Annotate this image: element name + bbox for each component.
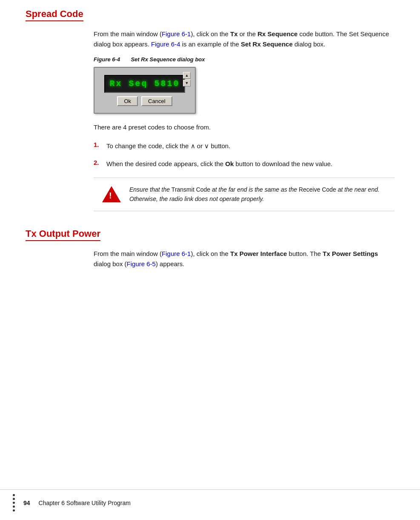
tx-intro-4: dialog box (	[94, 260, 127, 267]
warning-italic-2: at the far end is the same as the	[210, 186, 299, 193]
warning-triangle-icon	[102, 186, 121, 202]
chapter-label: Chapter 6 Software Utility Program	[39, 500, 131, 506]
intro-text-1: From the main window (	[94, 30, 162, 37]
figure-6-4-link[interactable]: Figure 6-4	[151, 40, 180, 48]
set-rx-bold: Set Rx Sequence	[241, 40, 293, 48]
tx-intro-2: ), click on the	[191, 250, 230, 257]
footer-dot-1	[13, 494, 15, 496]
step-2-text: When the desired code appears, click the…	[106, 159, 394, 169]
intro-text-2: ), click on the	[191, 30, 230, 37]
preset-codes-text: There are 4 preset codes to choose from.	[94, 122, 394, 132]
intro-text-5: is an example of the	[180, 40, 241, 48]
tx-power-interface-bold: Tx Power Interface	[230, 250, 287, 257]
step-2-ok-bold: Ok	[225, 160, 234, 167]
warning-icon	[102, 185, 121, 204]
dialog-arrows: ▲ ▼	[183, 72, 191, 86]
tx-figure-6-5-link[interactable]: Figure 6-5	[127, 260, 156, 267]
spread-code-section: Spread Code From the main window (Figure…	[26, 9, 394, 211]
warning-receive: Receive Code	[299, 186, 336, 193]
tx-output-power-section: Tx Output Power From the main window (Fi…	[26, 228, 394, 269]
warning-transmit: Transmit Code	[171, 186, 210, 193]
figure-label: Figure 6-4 Set Rx Sequence dialog box	[94, 56, 394, 63]
tx-intro-1: From the main window (	[94, 250, 162, 257]
intro-text-6: dialog box.	[293, 40, 326, 48]
dialog-ok-button[interactable]: Ok	[117, 96, 138, 106]
tx-figure-6-1-link[interactable]: Figure 6-1	[162, 250, 191, 257]
dialog-display: Rx Seq 5810	[104, 75, 185, 93]
page-footer: 94 Chapter 6 Software Utility Program	[0, 489, 420, 511]
tx-output-power-heading: Tx Output Power	[26, 228, 100, 241]
dialog-buttons: Ok Cancel	[117, 96, 172, 106]
figure-6-1-link[interactable]: Figure 6-1	[162, 30, 191, 37]
warning-box: Ensure that the Transmit Code at the far…	[94, 178, 394, 211]
tx-output-paragraph: From the main window (Figure 6-1), click…	[94, 249, 394, 269]
footer-dot-4	[13, 506, 15, 508]
step-2-text-1: When the desired code appears, click the	[106, 160, 225, 167]
footer-dot-5	[13, 509, 15, 511]
tx-intro-3: button. The	[287, 250, 323, 257]
page-number: 94	[23, 500, 30, 506]
step-1: 1. To change the code, click the ∧ or ∨ …	[94, 141, 394, 151]
figure-6-4-container: Figure 6-4 Set Rx Sequence dialog box ▲ …	[94, 56, 394, 114]
warning-text: Ensure that the Transmit Code at the far…	[129, 185, 386, 204]
intro-paragraph: From the main window (Figure 6-1), click…	[94, 29, 394, 49]
step-1-text: To change the code, click the ∧ or ∨ but…	[106, 141, 394, 151]
spread-code-intro: From the main window (Figure 6-1), click…	[94, 29, 394, 132]
step-1-number: 1.	[94, 141, 106, 151]
spread-code-heading: Spread Code	[26, 9, 83, 21]
tx-power-settings-bold: Tx Power Settings	[323, 250, 378, 257]
tx-output-intro: From the main window (Figure 6-1), click…	[94, 249, 394, 269]
page-container: Spread Code From the main window (Figure…	[0, 0, 420, 520]
tx-bold: Tx	[230, 30, 238, 37]
tx-intro-5: ) appears.	[156, 260, 185, 267]
footer-dot-3	[13, 502, 15, 504]
step-2-number: 2.	[94, 159, 106, 169]
footer-dot-2	[13, 498, 15, 500]
intro-text-3: or the	[238, 30, 258, 37]
footer-dots	[13, 494, 15, 511]
rx-sequence-bold: Rx Sequence	[257, 30, 297, 37]
arrow-up-btn[interactable]: ▲	[183, 72, 191, 79]
step-2-text-2: button to download the new value.	[234, 160, 332, 167]
arrow-down-btn[interactable]: ▼	[183, 80, 191, 86]
warning-italic-1: Ensure that the	[129, 186, 171, 193]
dialog-box-image: ▲ ▼ Rx Seq 5810 Ok Cancel	[94, 67, 196, 114]
dialog-cancel-button[interactable]: Cancel	[141, 96, 172, 106]
step-2: 2. When the desired code appears, click …	[94, 159, 394, 169]
